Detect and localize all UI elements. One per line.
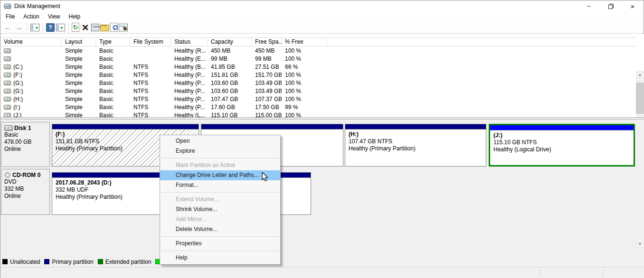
cell-text: Simple xyxy=(65,88,83,94)
menu-item-open[interactable]: Open xyxy=(160,136,280,146)
volume-row[interactable]: (C:)SimpleBasicNTFSHealthy (B...41.85 GB… xyxy=(0,63,636,71)
graphical-view-pane: UnallocatedPrimary partitionExtended par… xyxy=(0,120,644,267)
cell-text: (J:) xyxy=(13,112,21,118)
scrollbar-thumb[interactable] xyxy=(636,83,644,114)
cell-type: Basic xyxy=(96,112,130,118)
toolbar xyxy=(0,21,644,34)
menu-item-properties[interactable]: Properties xyxy=(160,239,280,249)
volume-row[interactable]: (F:)SimpleBasicNTFSHealthy (P...151.81 G… xyxy=(0,71,636,79)
cell-text: 100 % xyxy=(285,80,301,86)
volume-row[interactable]: (I:)SimpleBasicNTFSHealthy (P...17.60 GB… xyxy=(0,103,636,111)
cell-type: Basic xyxy=(96,88,130,94)
scroll-up-button[interactable]: ▲ xyxy=(636,71,644,79)
column-header-volume[interactable]: Volume xyxy=(0,38,62,46)
cell-text: 100 % xyxy=(285,96,301,102)
menubar-item-action[interactable]: Action xyxy=(19,12,43,21)
volume-row[interactable]: (H:)SimpleBasicNTFSHealthy (P...107.47 G… xyxy=(0,95,636,103)
restore-button[interactable] xyxy=(600,0,622,12)
column-header-capacity[interactable]: Capacity xyxy=(208,38,252,46)
cell-free_space: 17.50 GB xyxy=(252,104,282,111)
column-header-file-system[interactable]: File System xyxy=(130,38,171,46)
cell-text: 99 MB xyxy=(211,56,227,62)
volume-drive-icon xyxy=(4,65,11,69)
menubar-item-help[interactable]: Help xyxy=(65,12,85,21)
menu-item-delete-volume[interactable]: Delete Volume... xyxy=(160,224,280,234)
cell-text: Healthy (B... xyxy=(174,64,206,70)
cell-text: Healthy (P... xyxy=(174,72,205,78)
disk-info-panel[interactable]: Disk 1Basic478.00 GBOnline xyxy=(1,122,50,167)
cell-text: 99 MB xyxy=(255,56,272,62)
settings-icon[interactable] xyxy=(119,24,128,31)
menu-item-explore[interactable]: Explore xyxy=(160,146,280,156)
partition-status: Healthy (Primary Partition) xyxy=(349,145,486,152)
cell-capacity: 103.60 GB xyxy=(208,80,252,86)
volume-row[interactable]: (G:)SimpleBasicNTFSHealthy (P...103.60 G… xyxy=(0,87,636,95)
volume-row[interactable]: (G:)SimpleBasicNTFSHealthy (P...103.60 G… xyxy=(0,79,636,87)
window-frame-glyph xyxy=(30,24,39,31)
cdrom-icon xyxy=(4,172,11,178)
show-action-pane-icon[interactable] xyxy=(56,23,66,32)
volume-table-header: VolumeLayoutTypeFile SystemStatusCapacit… xyxy=(0,37,636,46)
volume-drive-icon xyxy=(4,105,11,110)
disk-info-panel[interactable]: CD-ROM 0DVD332 MBOnline xyxy=(1,169,50,215)
cell-text: Simple xyxy=(65,80,83,86)
partition-h[interactable]: (H:)107.47 GB NTFSHealthy (Primary Parti… xyxy=(345,124,486,167)
menu-item-help[interactable]: Help xyxy=(160,253,280,263)
volume-drive-icon xyxy=(4,56,11,61)
menu-item-extend-volume: Extend Volume... xyxy=(160,195,280,204)
open-folder-icon[interactable] xyxy=(100,25,109,31)
cell-layout: Simple xyxy=(62,80,96,86)
menubar-item-file[interactable]: File xyxy=(1,12,19,21)
scroll-up-button[interactable]: ▲ xyxy=(636,239,644,247)
help-icon[interactable] xyxy=(46,23,55,32)
volume-row[interactable]: (J:)SimpleBasicNTFSHealthy (L...115.10 G… xyxy=(0,111,636,117)
cell-status: Healthy (P... xyxy=(171,104,208,111)
volume-list-scrollbar[interactable]: ▲ ▼ xyxy=(636,71,644,117)
forward-arrow-icon[interactable] xyxy=(14,23,24,32)
disk-name: CD-ROM 0 xyxy=(12,172,40,178)
partition-j[interactable]: (J:)115.10 GB NTFSHealthy (Logical Drive… xyxy=(489,124,635,167)
menu-item-shrink-volume[interactable]: Shrink Volume... xyxy=(160,204,280,214)
disk-row-disk-1: Disk 1Basic478.00 GBOnline(F:)151.81 GB … xyxy=(1,122,636,167)
minimize-button[interactable]: – xyxy=(578,0,600,12)
cell-text: NTFS xyxy=(133,104,148,111)
show-console-tree-icon[interactable] xyxy=(30,23,40,32)
column-header-status[interactable]: Status xyxy=(171,38,208,46)
delete-icon[interactable] xyxy=(80,23,90,32)
cell-text: 99 % xyxy=(285,104,298,111)
properties-icon[interactable] xyxy=(91,24,99,31)
back-arrow-icon[interactable] xyxy=(3,23,13,32)
disk-info-line: Online xyxy=(4,146,47,153)
legend-item-unallocated: Unallocated xyxy=(2,259,40,265)
menubar-item-view[interactable]: View xyxy=(44,12,65,21)
volume-row[interactable]: SimpleBasicHealthy (R...450 MB450 MB100 … xyxy=(0,46,636,55)
cell-layout: Simple xyxy=(62,56,96,62)
cell-file_system: NTFS xyxy=(130,96,171,102)
search-icon[interactable] xyxy=(110,23,118,32)
cell-text: Healthy (E... xyxy=(174,56,206,62)
title-bar: Disk Management – × xyxy=(0,0,644,12)
menu-item-format[interactable]: Format... xyxy=(160,180,280,190)
menu-separator xyxy=(161,236,279,237)
graphical-view-scrollbar[interactable]: ▲ ▼ xyxy=(636,239,644,267)
partition-size: 107.47 GB NTFS xyxy=(349,138,486,145)
column-header-layout[interactable]: Layout xyxy=(62,38,96,46)
cell-text: 115.00 GB xyxy=(255,112,282,118)
close-button[interactable]: × xyxy=(622,0,644,12)
cell-text: 100 % xyxy=(285,112,301,118)
mouse-cursor xyxy=(261,172,269,182)
cell-type: Basic xyxy=(96,56,130,62)
cell-text: 100 % xyxy=(285,47,301,54)
column-header-type[interactable]: Type xyxy=(96,38,130,46)
cell-capacity: 450 MB xyxy=(208,47,252,54)
cell-type: Basic xyxy=(96,96,130,102)
partition-context-menu: OpenExploreMark Partition as ActiveChang… xyxy=(160,135,281,265)
cell-capacity: 99 MB xyxy=(208,56,252,62)
column-header-free-spa[interactable]: Free Spa... xyxy=(252,38,282,46)
disk-info-line: 332 MB xyxy=(4,185,47,193)
cell-text: Basic xyxy=(99,56,113,62)
column-header-free[interactable]: % Free xyxy=(282,38,327,46)
refresh-icon[interactable] xyxy=(72,23,79,32)
partition-type-strip xyxy=(490,125,634,130)
volume-row[interactable]: SimpleBasicHealthy (E...99 MB99 MB100 % xyxy=(0,55,636,63)
